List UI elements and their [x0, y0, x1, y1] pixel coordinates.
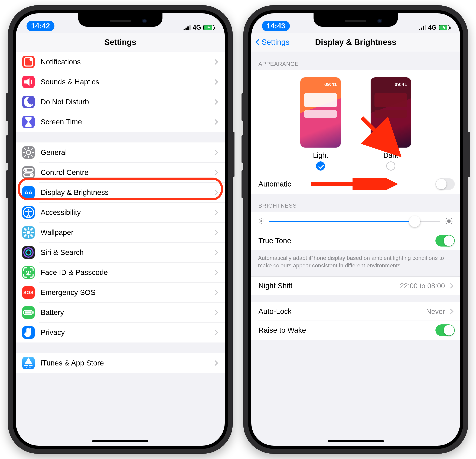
- row-controlcentre[interactable]: Control Centre: [16, 163, 225, 182]
- chevron-right-icon: [212, 170, 218, 175]
- chevron-right-icon: [212, 59, 218, 65]
- signal-icon: [419, 25, 426, 30]
- row-accessibility[interactable]: Accessibility: [16, 203, 225, 222]
- row-general[interactable]: General: [16, 142, 225, 163]
- row-label: Siri & Search: [41, 248, 213, 257]
- svg-point-8: [28, 209, 30, 211]
- appearance-dark-thumb: 09:41: [371, 77, 411, 148]
- row-siri[interactable]: Siri & Search: [16, 243, 225, 262]
- appearance-dark-option[interactable]: 09:41 Dark: [371, 77, 411, 171]
- row-sos[interactable]: SOS Emergency SOS: [16, 282, 225, 303]
- navbar: Settings: [16, 33, 225, 52]
- signal-icon: [184, 25, 191, 30]
- row-display-brightness[interactable]: AA Display & Brightness: [16, 182, 225, 203]
- row-label: Privacy: [41, 328, 213, 337]
- row-nightshift[interactable]: Night Shift 22:00 to 08:00: [251, 276, 460, 295]
- chevron-right-icon: [212, 310, 218, 315]
- row-wallpaper[interactable]: Wallpaper: [16, 222, 225, 243]
- settings-group-2: General Control Centre AA Display & Brig…: [16, 142, 225, 343]
- switch-truetone[interactable]: [435, 235, 455, 246]
- chevron-right-icon: [448, 309, 453, 314]
- row-raisetowake[interactable]: Raise to Wake: [251, 320, 460, 340]
- svg-rect-13: [25, 311, 31, 313]
- appearance-light-thumb: 09:41: [300, 77, 341, 148]
- row-battery[interactable]: Battery: [16, 303, 225, 322]
- home-indicator[interactable]: [328, 440, 384, 442]
- gear-icon: [22, 146, 34, 159]
- row-label: iTunes & App Store: [41, 359, 213, 367]
- row-privacy[interactable]: Privacy: [16, 322, 225, 343]
- row-label: Raise to Wake: [258, 326, 435, 334]
- navbar: Settings Display & Brightness: [251, 33, 460, 52]
- row-label: Emergency SOS: [41, 288, 213, 297]
- brightness-slider[interactable]: [269, 221, 440, 222]
- brightness-slider-row[interactable]: [251, 212, 460, 231]
- row-label: Notifications: [41, 58, 213, 66]
- row-screentime[interactable]: Screen Time: [16, 112, 225, 132]
- switch-automatic[interactable]: [435, 178, 455, 190]
- radio-dark[interactable]: [386, 161, 395, 171]
- svg-point-10: [24, 248, 33, 257]
- row-dnd[interactable]: Do Not Disturb: [16, 92, 225, 112]
- row-notifications[interactable]: Notifications: [16, 52, 225, 72]
- chevron-right-icon: [212, 119, 218, 125]
- back-button[interactable]: Settings: [256, 38, 289, 47]
- network-label: 4G: [193, 24, 201, 31]
- chevron-right-icon: [212, 250, 218, 255]
- row-label: Do Not Disturb: [41, 98, 213, 106]
- svg-point-4: [25, 169, 27, 171]
- section-header-brightness: BRIGHTNESS: [251, 194, 460, 212]
- hourglass-icon: [22, 116, 34, 128]
- truetone-note: Automatically adapt iPhone display based…: [251, 250, 460, 276]
- status-time: 14:42: [26, 21, 54, 31]
- row-label: Sounds & Haptics: [41, 78, 213, 86]
- svg-point-17: [260, 220, 262, 222]
- row-automatic[interactable]: Automatic: [251, 174, 460, 194]
- moon-icon: [22, 96, 34, 108]
- row-autolock[interactable]: Auto-Lock Never: [251, 302, 460, 320]
- speaker-icon: [22, 76, 34, 88]
- row-itunes-appstore[interactable]: iTunes & App Store: [16, 353, 225, 373]
- row-label: Face ID & Passcode: [41, 268, 213, 277]
- row-label: Automatic: [258, 180, 435, 188]
- section-header-appearance: APPEARANCE: [251, 52, 460, 70]
- chevron-right-icon: [212, 150, 218, 155]
- chevron-right-icon: [212, 230, 218, 235]
- row-label: Screen Time: [41, 118, 213, 126]
- home-indicator[interactable]: [92, 440, 148, 442]
- phone-left: 14:42 4G ϟ Settings N: [8, 5, 233, 454]
- battery-icon: ϟ: [439, 25, 450, 30]
- chevron-left-icon: [255, 39, 261, 45]
- page-title: Display & Brightness: [315, 37, 396, 47]
- row-faceid[interactable]: Face ID & Passcode: [16, 262, 225, 282]
- chevron-right-icon: [448, 283, 453, 289]
- row-truetone[interactable]: True Tone: [251, 231, 460, 250]
- chevron-right-icon: [212, 190, 218, 195]
- switch-raisetowake[interactable]: [435, 324, 455, 336]
- svg-point-6: [30, 174, 32, 176]
- notch: [314, 13, 398, 27]
- chevron-right-icon: [212, 99, 218, 105]
- back-label: Settings: [262, 38, 289, 47]
- phone-right: 14:43 4G ϟ Settings Display & Brightness…: [243, 5, 468, 454]
- chevron-right-icon: [212, 330, 218, 335]
- chevron-right-icon: [212, 360, 218, 366]
- row-label: Night Shift: [258, 282, 400, 290]
- accessibility-icon: [22, 206, 34, 219]
- row-label: Control Centre: [41, 168, 213, 177]
- radio-light[interactable]: [316, 161, 325, 171]
- settings-group-1: Notifications Sounds & Haptics: [16, 52, 225, 132]
- svg-point-1: [30, 58, 33, 61]
- chevron-right-icon: [212, 290, 218, 295]
- row-label: Wallpaper: [41, 228, 213, 237]
- appearance-light-option[interactable]: 09:41 Light: [300, 77, 341, 171]
- svg-rect-14: [33, 311, 34, 313]
- svg-point-18: [447, 219, 450, 223]
- appstore-icon: [22, 357, 34, 369]
- notch: [78, 13, 162, 27]
- thumb-time: 09:41: [324, 82, 337, 87]
- aa-icon: AA: [22, 186, 34, 199]
- row-sounds[interactable]: Sounds & Haptics: [16, 72, 225, 92]
- appearance-block: 09:41 Light 09:41 Dark: [251, 70, 460, 174]
- row-value: 22:00 to 08:00: [400, 282, 445, 290]
